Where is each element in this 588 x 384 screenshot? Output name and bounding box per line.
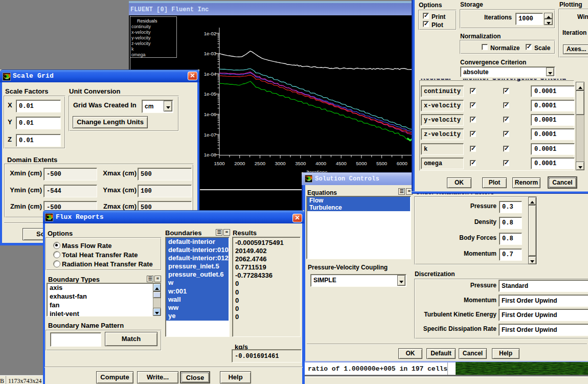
- svg-text:1e-02: 1e-02: [204, 31, 216, 36]
- svg-text:4500: 4500: [336, 161, 347, 166]
- svg-text:1e-08: 1e-08: [204, 152, 216, 157]
- svg-text:2500: 2500: [255, 161, 265, 166]
- svg-text:4000: 4000: [315, 161, 326, 166]
- svg-text:1e-03: 1e-03: [204, 51, 216, 56]
- svg-text:5000: 5000: [356, 161, 367, 166]
- svg-text:1e-06: 1e-06: [204, 111, 216, 117]
- svg-text:6000: 6000: [397, 161, 408, 166]
- svg-text:2000: 2000: [234, 161, 245, 166]
- svg-text:1e-04: 1e-04: [204, 71, 216, 77]
- svg-text:3500: 3500: [295, 161, 306, 166]
- svg-text:5500: 5500: [376, 161, 387, 166]
- svg-text:1e-07: 1e-07: [204, 132, 216, 138]
- svg-text:3000: 3000: [275, 161, 286, 166]
- svg-text:1500: 1500: [214, 161, 224, 166]
- svg-text:1e-05: 1e-05: [204, 91, 216, 97]
